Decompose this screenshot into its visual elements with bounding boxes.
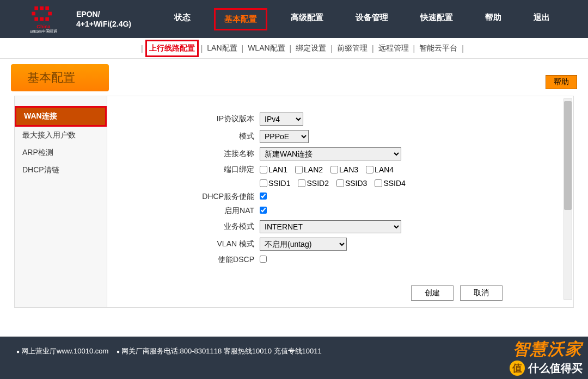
footer-link-portal[interactable]: 网上营业厅www.10010.com [16,347,108,355]
subnav-prefix[interactable]: 前缀管理 [335,41,370,55]
lan-checkbox-group: LAN1 LAN2 LAN3 LAN4 [260,165,394,174]
label-port-binding: 端口绑定 [118,165,260,175]
label-nat-enable: 启用NAT [118,206,260,216]
nav-device-mgmt[interactable]: 设备管理 [347,8,397,30]
device-info: EPON/ 4+1+WiFi(2.4G) [76,9,131,29]
nav-logout[interactable]: 退出 [525,8,559,30]
subnav-lan[interactable]: LAN配置 [205,41,239,55]
svg-rect-2 [45,7,49,10]
checkbox-ssid3[interactable] [336,179,344,187]
svg-rect-0 [34,7,38,10]
checkbox-lan4[interactable] [366,166,373,173]
svg-rect-3 [32,12,35,16]
subnav-wlan[interactable]: WLAN配置 [246,41,287,55]
svg-rect-6 [40,17,44,21]
svg-text:unicom中国联通: unicom中国联通 [30,29,57,33]
svg-rect-7 [45,17,49,21]
checkbox-dscp-enable[interactable] [260,256,267,263]
cancel-button[interactable]: 取消 [460,285,503,301]
label-ip-version: IP协议版本 [118,114,260,124]
side-max-users[interactable]: 最大接入用户数 [15,127,107,144]
top-nav: 状态 基本配置 高级配置 设备管理 快速配置 帮助 退出 [158,8,588,30]
watermark: 智慧沃家 值 什么值得买 [510,338,583,376]
sub-nav: | 上行线路配置 | LAN配置 | WLAN配置 | 绑定设置 | 前缀管理 … [0,38,588,59]
top-bar: China unicom中国联通 EPON/ 4+1+WiFi(2.4G) 状态… [0,0,588,38]
content-area: 基本配置 帮助 WAN连接 最大接入用户数 ARP检测 DHCP清链 IP协议版… [0,59,588,308]
checkbox-lan2[interactable] [295,166,303,173]
checkbox-lan1[interactable] [260,166,267,173]
subnav-binding[interactable]: 绑定设置 [293,41,328,55]
side-arp[interactable]: ARP检测 [15,144,107,161]
ssid-checkbox-group: SSID1 SSID2 SSID3 SSID4 [260,179,406,188]
select-mode[interactable]: PPPoE [260,130,309,143]
checkbox-lan3[interactable] [330,166,338,173]
select-service-mode[interactable]: INTERNET [260,220,401,233]
scroll-thumb[interactable] [564,101,572,210]
side-wan[interactable]: WAN连接 [15,106,107,127]
side-dhcp-clear[interactable]: DHCP清链 [15,161,107,179]
nav-basic-config[interactable]: 基本配置 [214,8,267,30]
config-panel: WAN连接 最大接入用户数 ARP检测 DHCP清链 IP协议版本 IPv4 模… [14,96,574,308]
nav-advanced-config[interactable]: 高级配置 [282,8,332,30]
svg-rect-4 [48,12,52,16]
checkbox-ssid4[interactable] [375,179,382,187]
subnav-remote[interactable]: 远程管理 [376,41,411,55]
footer: 网上营业厅www.10010.com 网关厂商服务电话:800-8301118 … [0,337,588,379]
select-ip-version[interactable]: IPv4 [260,113,303,126]
label-dscp-enable: 使能DSCP [118,255,260,265]
side-nav: WAN连接 最大接入用户数 ARP检测 DHCP清链 [15,96,107,307]
footer-service-phone: 网关厂商服务电话:800-8301118 客服热线10010 充值专线10011 [117,347,322,355]
label-dhcp-enable: DHCP服务使能 [118,192,260,202]
page-title: 基本配置 [11,64,109,91]
checkbox-nat-enable[interactable] [260,207,267,214]
scrollbar[interactable] [564,98,572,300]
label-vlan-mode: VLAN 模式 [118,239,260,249]
select-vlan-mode[interactable]: 不启用(untag) [260,238,347,251]
watermark-badge-icon: 值 [510,361,525,376]
subnav-uplink[interactable]: 上行线路配置 [145,40,199,57]
label-conn-name: 连接名称 [118,149,260,159]
label-service-mode: 业务模式 [118,222,260,232]
logo-area: China unicom中国联通 EPON/ 4+1+WiFi(2.4G) [0,5,158,33]
form-area: IP协议版本 IPv4 模式 PPPoE 连接名称 新建WAN连接 端口绑定 L… [107,96,573,307]
unicom-logo-icon: China unicom中国联通 [16,5,71,33]
watermark-bottom: 什么值得买 [528,361,583,376]
svg-rect-1 [40,7,44,10]
checkbox-ssid2[interactable] [298,179,305,187]
create-button[interactable]: 创建 [411,285,454,301]
svg-text:China: China [36,24,51,29]
select-conn-name[interactable]: 新建WAN连接 [260,147,401,160]
svg-rect-5 [34,17,38,21]
nav-help[interactable]: 帮助 [476,8,510,30]
nav-status[interactable]: 状态 [166,8,199,30]
label-mode: 模式 [118,132,260,141]
watermark-top: 智慧沃家 [510,338,583,361]
help-button[interactable]: 帮助 [546,75,577,89]
nav-quick-config[interactable]: 快速配置 [412,8,462,30]
checkbox-ssid1[interactable] [260,179,267,187]
subnav-cloud[interactable]: 智能云平台 [417,41,460,55]
checkbox-dhcp-enable[interactable] [260,192,267,200]
